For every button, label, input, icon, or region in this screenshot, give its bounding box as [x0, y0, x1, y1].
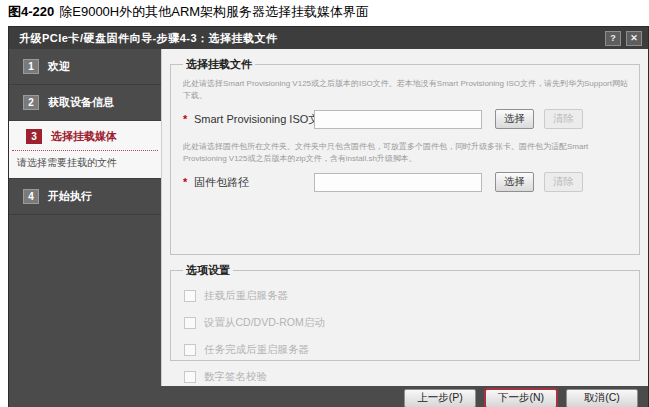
select-mount-file-legend: 选择挂载文件 — [183, 57, 255, 72]
step-number-badge: 1 — [23, 59, 39, 74]
dialog-title: 升级PCIe卡/硬盘固件向导-步骤4-3：选择挂载文件 — [19, 31, 600, 46]
checkbox-icon — [184, 317, 196, 329]
sidebar-step-select-media-active[interactable]: 3 选择挂载媒体 请选择需要挂载的文件 — [9, 121, 161, 179]
step-number-badge: 2 — [23, 95, 39, 110]
iso-file-label: Smart Provisioning ISO文件 — [194, 112, 314, 127]
required-asterisk: * — [181, 176, 194, 188]
active-step-subtitle: 请选择需要挂载的文件 — [9, 151, 161, 178]
checkbox-icon — [184, 290, 196, 302]
checkbox-row-boot-from-cd: 设置从CD/DVD-ROM启动 — [184, 316, 629, 330]
figure-title: 除E9000H外的其他ARM架构服务器选择挂载媒体界面 — [59, 4, 369, 19]
dialog-footer: 上一步(P) 下一步(N) 取消(C) — [9, 386, 648, 407]
checkbox-label: 数字签名校验 — [204, 370, 267, 384]
checkbox-row-signature-check: 数字签名校验 — [184, 370, 629, 384]
cancel-button[interactable]: 取消(C) — [566, 389, 638, 407]
firmware-path-label: 固件包路径 — [194, 175, 314, 190]
step-label: 欢迎 — [48, 59, 70, 74]
checkbox-row-restart-after-task: 任务完成后重启服务器 — [184, 343, 629, 357]
sidebar-step-execute[interactable]: 4 开始执行 — [9, 179, 161, 215]
option-settings-legend: 选项设置 — [183, 263, 233, 278]
checkbox-label: 设置从CD/DVD-ROM启动 — [204, 316, 325, 330]
step-label: 选择挂载媒体 — [51, 129, 117, 144]
firmware-path-row: * 固件包路径 选择 清除 — [181, 172, 629, 192]
previous-button[interactable]: 上一步(P) — [404, 389, 476, 407]
step-number-badge: 3 — [26, 129, 42, 144]
step-number-badge: 4 — [23, 189, 39, 204]
step-label: 获取设备信息 — [48, 95, 114, 110]
dialog-titlebar: 升级PCIe卡/硬盘固件向导-步骤4-3：选择挂载文件 ? ✕ — [9, 27, 648, 49]
figure-caption: 图4-220除E9000H外的其他ARM架构服务器选择挂载媒体界面 — [0, 0, 649, 26]
sidebar-step-welcome[interactable]: 1 欢迎 — [9, 49, 161, 85]
next-button[interactable]: 下一步(N) — [485, 389, 557, 407]
iso-file-description: 此处请选择Smart Provisioning V125或之后版本的ISO文件。… — [183, 78, 629, 102]
help-icon[interactable]: ? — [605, 31, 621, 46]
active-step-header: 3 选择挂载媒体 — [12, 121, 158, 151]
firmware-select-button[interactable]: 选择 — [495, 172, 534, 192]
step-label: 开始执行 — [48, 189, 92, 204]
checkbox-label: 挂载后重启服务器 — [204, 289, 288, 303]
iso-file-row: * Smart Provisioning ISO文件 选择 清除 — [181, 109, 629, 129]
figure-number: 图4-220 — [8, 4, 54, 19]
sidebar-step-device-info[interactable]: 2 获取设备信息 — [9, 85, 161, 121]
checkbox-icon — [184, 344, 196, 356]
sidebar-filler — [9, 215, 161, 386]
iso-select-button[interactable]: 选择 — [495, 109, 534, 129]
checkbox-icon — [184, 371, 196, 383]
dialog-body: 1 欢迎 2 获取设备信息 3 选择挂载媒体 请选择需要挂载的文件 4 开始执行 — [9, 49, 648, 386]
required-asterisk: * — [181, 113, 194, 125]
iso-file-input[interactable] — [314, 110, 482, 129]
firmware-clear-button: 清除 — [544, 172, 583, 192]
iso-clear-button: 清除 — [544, 109, 583, 129]
close-icon[interactable]: ✕ — [626, 31, 642, 46]
firmware-path-description: 此处请选择固件包所在文件夹。文件夹中只包含固件包，可放置多个固件包，同时升级多张… — [183, 141, 629, 165]
option-settings-group: 选项设置 挂载后重启服务器 设置从CD/DVD-ROM启动 任务完成后重启服务器… — [170, 263, 640, 361]
select-mount-file-group: 选择挂载文件 此处请选择Smart Provisioning V125或之后版本… — [170, 57, 640, 255]
wizard-dialog: 升级PCIe卡/硬盘固件向导-步骤4-3：选择挂载文件 ? ✕ 1 欢迎 2 获… — [8, 26, 649, 407]
firmware-path-input[interactable] — [314, 173, 482, 192]
wizard-steps-sidebar: 1 欢迎 2 获取设备信息 3 选择挂载媒体 请选择需要挂载的文件 4 开始执行 — [9, 49, 161, 386]
checkbox-label: 任务完成后重启服务器 — [204, 343, 309, 357]
main-content: 选择挂载文件 此处请选择Smart Provisioning V125或之后版本… — [161, 49, 648, 386]
checkbox-row-restart-after-mount: 挂载后重启服务器 — [184, 289, 629, 303]
